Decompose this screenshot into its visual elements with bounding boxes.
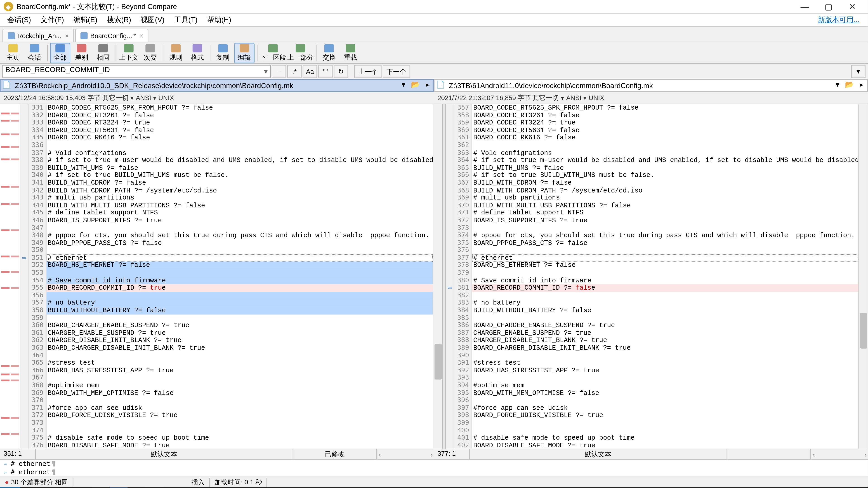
right-browse-button[interactable]: 📂	[844, 80, 855, 91]
code-line[interactable]: BOARD_CODEC_RT3261 ?= false	[46, 112, 433, 119]
toolbar-会话[interactable]: 会话	[24, 43, 45, 63]
toolbar-格式[interactable]: 格式	[187, 43, 208, 63]
code-line[interactable]: CHARGER_DISABLE_INIT_BLANK ?= true	[46, 337, 433, 344]
code-line[interactable]: BOARD_CODEC_RT3224 ?= true	[472, 119, 859, 127]
tab-close-icon[interactable]: ×	[140, 32, 143, 39]
code-line[interactable]: BOARD_CODEC_RK616 ?= false	[472, 134, 859, 142]
left-scrollbar[interactable]	[433, 104, 442, 449]
code-line[interactable]	[472, 247, 859, 254]
code-line[interactable]: # Save commit id into firmware	[46, 277, 433, 284]
code-line[interactable]: BOARD_CODEC_RT3224 ?= true	[46, 119, 433, 127]
left-open-button[interactable]: ▸	[422, 80, 433, 91]
code-line[interactable]: BUILD_WITH_CDROM ?= false	[472, 180, 859, 187]
code-line[interactable]: BOARD_HS_ETHERNET ?= false	[46, 262, 433, 269]
search-options-dropdown[interactable]: ▾	[851, 65, 866, 78]
code-line[interactable]	[472, 314, 859, 322]
code-line[interactable]: BUILD_WITH_MULTI_USB_PARTITIONS ?= false	[46, 202, 433, 209]
code-line[interactable]	[46, 292, 433, 299]
toolbar-重载[interactable]: 重载	[340, 43, 361, 63]
code-line[interactable]: BOARD_RECORD_COMMIT_ID ?= true	[46, 285, 433, 292]
menu-item[interactable]: 视图(V)	[136, 14, 169, 26]
toolbar-编辑[interactable]: 编辑	[234, 43, 254, 63]
code-line[interactable]: BOARD_CODEC_RK616 ?= false	[46, 134, 433, 142]
session-tab[interactable]: Rockchip_An...×	[2, 29, 74, 42]
code-line[interactable]: BUILD_WITH_CDROM ?= false	[46, 180, 433, 187]
code-line[interactable]: # ethernet	[46, 254, 433, 262]
code-line[interactable]: #stress test	[472, 359, 859, 367]
code-line[interactable]: BOARD_CHARGER_ENABLE_SUSPEND ?= true	[46, 322, 433, 329]
right-hscroll[interactable]: ‹›	[811, 449, 868, 459]
code-line[interactable]: #stress test	[46, 359, 433, 367]
code-line[interactable]: BOARD_DISABLE_SAFE_MODE ?= true	[472, 442, 859, 449]
left-hscroll[interactable]: ‹›	[377, 449, 434, 459]
search-option-button[interactable]: .*	[287, 65, 302, 78]
code-line[interactable]: # no battery	[472, 299, 859, 307]
menu-item[interactable]: 工具(T)	[169, 14, 202, 26]
code-line[interactable]: # if set to true m-user would be disable…	[46, 157, 433, 164]
search-input[interactable]: ▾	[2, 65, 271, 78]
toolbar-交换[interactable]: 交换	[319, 43, 339, 63]
code-line[interactable]: BUILD_WITH_MULTI_USB_PARTITIONS ?= false	[472, 202, 859, 209]
code-line[interactable]: BOARD_HS_ETHERNET ?= false	[472, 262, 859, 269]
code-line[interactable]: BUILD_WITHOUT_BATTERY ?= false	[472, 307, 859, 314]
menu-item[interactable]: 文件(F)	[36, 14, 69, 26]
search-option-button[interactable]: ↻	[334, 65, 348, 78]
toolbar-上一部分[interactable]: 上一部分	[287, 43, 313, 63]
right-scrollbar[interactable]	[858, 104, 868, 449]
code-line[interactable]	[472, 419, 859, 427]
code-line[interactable]: BOARD_DISABLE_SAFE_MODE ?= true	[46, 442, 433, 449]
thumbnail-overview[interactable]	[0, 104, 20, 449]
code-line[interactable]: BOARD_CODEC_RT3261 ?= false	[472, 112, 859, 119]
pane-divider[interactable]	[442, 104, 446, 449]
toolbar-上下文[interactable]: 上下文	[119, 43, 139, 63]
code-line[interactable]: BOARD_IS_SUPPORT_NTFS ?= true	[472, 217, 859, 224]
code-line[interactable]: BOARD_WITH_MEM_OPTIMISE ?= false	[46, 389, 433, 397]
code-line[interactable]: # multi usb partitions	[46, 194, 433, 202]
code-line[interactable]: BOARD_CODEC_RT5631 ?= false	[472, 127, 859, 134]
menu-item[interactable]: 编辑(E)	[69, 14, 102, 26]
code-line[interactable]	[46, 427, 433, 434]
code-line[interactable]: BOARD_PPPOE_PASS_CTS ?= false	[46, 239, 433, 247]
code-line[interactable]	[46, 142, 433, 149]
update-link[interactable]: 新版本可用...	[813, 14, 866, 26]
code-line[interactable]	[46, 397, 433, 404]
code-line[interactable]: CHARGER_DISABLE_INIT_BLANK ?= true	[472, 337, 859, 344]
left-path-input[interactable]	[12, 81, 398, 90]
code-line[interactable]: BUILD_WITHOUT_BATTERY ?= false	[46, 307, 433, 314]
right-path-dropdown[interactable]: ▾	[832, 80, 843, 91]
code-line[interactable]	[46, 419, 433, 427]
toolbar-复制[interactable]: 复制	[213, 43, 233, 63]
code-line[interactable]: BOARD_CODEC_RT5631 ?= false	[46, 127, 433, 134]
search-option-button[interactable]: ""	[318, 65, 333, 78]
code-line[interactable]	[46, 314, 433, 322]
code-line[interactable]	[472, 269, 859, 277]
code-line[interactable]: BOARD_HAS_STRESSTEST_APP ?= true	[472, 367, 859, 375]
menu-item[interactable]: 会话(S)	[2, 14, 36, 26]
toolbar-主页[interactable]: 主页	[3, 43, 23, 63]
code-line[interactable]: # if set to true BUILD_WITH_UMS must be …	[46, 172, 433, 179]
code-line[interactable]: BOARD_CHARGER_DISABLE_INIT_BLANK ?= true	[472, 344, 859, 352]
code-line[interactable]	[472, 142, 859, 149]
code-line[interactable]	[46, 269, 433, 277]
code-line[interactable]	[472, 427, 859, 434]
code-line[interactable]	[46, 224, 433, 232]
code-line[interactable]: BUILD_WITH_CDROM_PATH ?= /system/etc/cd.…	[472, 187, 859, 194]
code-line[interactable]	[46, 352, 433, 359]
search-nav-button[interactable]: 上一个	[354, 65, 381, 78]
code-line[interactable]: BOARD_IS_SUPPORT_NTFS ?= true	[46, 217, 433, 224]
code-line[interactable]: BOARD_CHARGER_DISABLE_INIT_BLANK ?= true	[46, 344, 433, 352]
code-line[interactable]: BOARD_FORCE_UDISK_VISIBLE ?= true	[46, 412, 433, 419]
code-line[interactable]: BOARD_PPPOE_PASS_CTS ?= false	[472, 239, 859, 247]
code-line[interactable]: BOARD_CHARGER_ENABLE_SUSPEND ?= true	[472, 322, 859, 329]
code-line[interactable]: # define tablet support NTFS	[472, 209, 859, 217]
code-line[interactable]: # disable safe mode to speed up boot tim…	[46, 434, 433, 442]
toolbar-相同[interactable]: 相同	[93, 43, 113, 63]
code-line[interactable]: # Save commit id into firmware	[472, 277, 859, 284]
code-line[interactable]: # if set to true m-user would be disable…	[472, 157, 859, 164]
toolbar-下一区段[interactable]: 下一区段	[260, 43, 286, 63]
close-button[interactable]: ✕	[840, 0, 864, 13]
code-line[interactable]	[472, 375, 859, 382]
code-line[interactable]: CHARGER_ENABLE_SUSPEND ?= true	[472, 329, 859, 337]
right-open-button[interactable]: ▸	[856, 80, 867, 91]
code-line[interactable]: # Vold configrations	[46, 149, 433, 157]
